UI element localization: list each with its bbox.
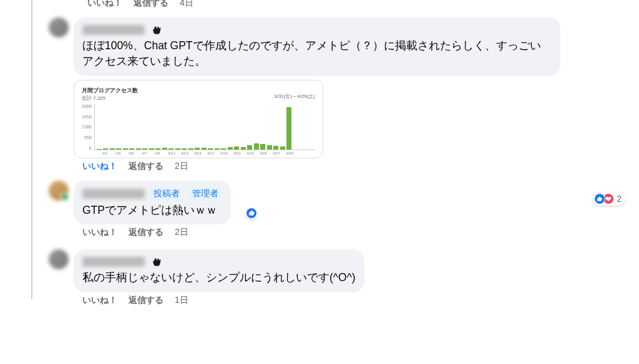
chart-bar bbox=[260, 144, 265, 149]
avatar[interactable] bbox=[49, 249, 69, 269]
like-link[interactable]: いいね！ bbox=[82, 295, 117, 306]
author-badge-poster: 投稿者 bbox=[150, 187, 183, 201]
chart-bar bbox=[123, 148, 128, 149]
chart-bar bbox=[228, 147, 233, 149]
chart-bar bbox=[221, 148, 226, 150]
comment-item: 投稿者 管理者 GTPでアメトピは熱いｗｗ いいね！ 返信する 2日 bbox=[0, 181, 639, 246]
comment-item: ほぼ100%、Chat GPTで作成したのですが、アメトピ（？）に掲載されたらし… bbox=[0, 17, 639, 180]
chart-bar bbox=[188, 148, 193, 150]
chart-bar bbox=[136, 148, 141, 150]
reply-link[interactable]: 返信する bbox=[134, 0, 168, 9]
chart-bar bbox=[103, 148, 108, 150]
chart-bar bbox=[241, 147, 246, 150]
time-label: 4日 bbox=[180, 0, 193, 9]
chart-bar bbox=[116, 148, 121, 150]
chart-bar bbox=[254, 143, 259, 149]
chart-bar bbox=[168, 148, 173, 150]
like-reaction-icon[interactable] bbox=[245, 207, 258, 219]
chart-bar bbox=[202, 148, 207, 149]
chart-bar bbox=[149, 148, 154, 150]
time-label: 2日 bbox=[175, 227, 188, 238]
author-name[interactable] bbox=[82, 189, 145, 199]
chart-bar bbox=[280, 146, 285, 150]
chart-bar bbox=[273, 146, 278, 150]
chart-bar bbox=[267, 145, 272, 150]
comment-actions: いいね！ 返信する 1日 bbox=[74, 292, 639, 314]
reply-link[interactable]: 返信する bbox=[129, 227, 163, 238]
chart-bar bbox=[286, 107, 291, 150]
comment-text: 私の手柄じゃないけど、シンプルにうれしいです(^O^) bbox=[82, 270, 356, 285]
comment-item: 私の手柄じゃないけど、シンプルにうれしいです(^O^) いいね！ 返信する 1日 bbox=[0, 249, 639, 313]
chart-bar bbox=[175, 148, 180, 150]
time-label: 2日 bbox=[175, 161, 188, 172]
wave-hand-icon bbox=[150, 24, 162, 36]
reply-link[interactable]: 返信する bbox=[129, 161, 163, 172]
comment-text: GTPでアメトピは熱いｗｗ bbox=[82, 203, 222, 218]
chart-bar bbox=[110, 148, 115, 150]
chart-daterange: 3/31(金)～4/29(土) bbox=[274, 93, 315, 100]
comment-bubble: 私の手柄じゃないけど、シンプルにうれしいです(^O^) bbox=[74, 249, 364, 292]
chart-bar bbox=[142, 148, 147, 150]
chart-bar bbox=[215, 148, 220, 150]
chart-bar bbox=[247, 145, 252, 150]
chart-bar bbox=[97, 149, 102, 150]
prev-comment-actions: いいね！ 返信する 4日 bbox=[87, 0, 193, 9]
chart-bar bbox=[162, 148, 167, 150]
author-badge-admin: 管理者 bbox=[188, 187, 222, 201]
avatar[interactable] bbox=[49, 17, 69, 37]
chart-bar bbox=[129, 148, 134, 150]
chart-y-axis: 2600195013006500 bbox=[82, 104, 94, 150]
time-label: 1日 bbox=[175, 295, 188, 306]
chart-bar bbox=[195, 148, 200, 149]
author-name[interactable] bbox=[82, 25, 145, 35]
wave-hand-icon bbox=[150, 256, 162, 268]
chart-bar bbox=[155, 148, 160, 150]
chart-bars bbox=[94, 104, 315, 150]
like-link[interactable]: いいね！ bbox=[87, 0, 122, 9]
chart-bar bbox=[182, 148, 187, 150]
author-name[interactable] bbox=[82, 257, 145, 267]
comment-text: ほぼ100%、Chat GPTで作成したのですが、アメトピ（？）に掲載されたらし… bbox=[82, 38, 552, 70]
avatar[interactable] bbox=[49, 181, 69, 201]
comment-actions: いいね！ 返信する 2日 bbox=[74, 224, 639, 246]
like-link[interactable]: いいね！ bbox=[82, 227, 117, 238]
chart-bar bbox=[234, 146, 239, 149]
comment-actions: いいね！ 返信する 2日 bbox=[74, 158, 639, 180]
chart-bar bbox=[208, 148, 213, 150]
reply-link[interactable]: 返信する bbox=[129, 295, 163, 306]
comment-bubble: 投稿者 管理者 GTPでアメトピは熱いｗｗ bbox=[74, 181, 231, 224]
like-link[interactable]: いいね！ bbox=[82, 161, 117, 172]
comment-bubble: ほぼ100%、Chat GPTで作成したのですが、アメトピ（？）に掲載されたらし… bbox=[74, 17, 560, 76]
chart-x-axis: 4/14/34/54/74/94/114/134/154/174/194/214… bbox=[94, 151, 315, 155]
chart-attachment[interactable]: 月間ブログアクセス数 合計 7,325 3/31(金)～4/29(土) 2600… bbox=[74, 80, 323, 158]
